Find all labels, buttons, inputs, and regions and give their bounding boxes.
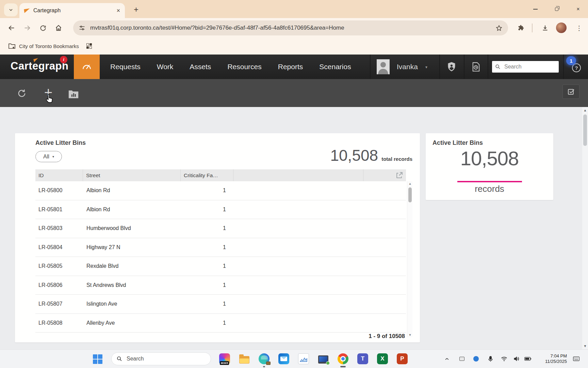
page-scrollbar[interactable]: ▲ ▼ — [582, 107, 588, 349]
downloads-button[interactable] — [538, 20, 553, 35]
nav-item[interactable]: Work — [149, 63, 182, 71]
monitor-app-icon[interactable] — [298, 353, 309, 365]
scrollbar-thumb[interactable] — [583, 114, 587, 146]
table-row[interactable]: LR-05807 Islington Ave 1 — [35, 295, 406, 314]
widget-title: Active Litter Bins — [432, 139, 483, 147]
filter-dropdown[interactable]: All ▾ — [35, 151, 62, 162]
address-bar[interactable]: mvtrasf01q.corp.toronto.ca/test/#Home/?b… — [73, 20, 508, 35]
gauge-icon — [81, 61, 93, 73]
table-row[interactable]: LR-05805 Rexdale Blvd 1 — [35, 257, 406, 276]
extensions-button[interactable] — [513, 20, 528, 35]
cell-id[interactable]: LR-05800 — [35, 187, 83, 194]
table-scrollbar[interactable]: ▲ ▼ — [407, 181, 412, 337]
tray-window-icon[interactable] — [457, 354, 466, 363]
home-button[interactable] — [51, 20, 66, 35]
litter-bins-table-widget: Active Litter Bins All ▾ 10,508 total re… — [15, 133, 420, 342]
new-tab-button[interactable]: + — [131, 4, 142, 15]
global-search-input[interactable] — [504, 63, 548, 70]
column-header-criticality[interactable]: Criticality Fa… — [181, 169, 233, 181]
table-row[interactable]: LR-05806 St Andrews Blvd 1 — [35, 276, 406, 295]
cell-id[interactable]: LR-05807 — [35, 301, 83, 307]
browser-profile-avatar[interactable] — [556, 22, 567, 33]
taskbar-search-input[interactable] — [126, 355, 194, 362]
powerpoint-icon[interactable]: P — [396, 353, 408, 365]
tray-chevron-up-icon[interactable] — [442, 354, 451, 363]
teams-icon[interactable]: T — [357, 353, 369, 365]
scroll-down-icon[interactable]: ▼ — [582, 344, 588, 348]
m365-copilot-icon[interactable]: M365 — [219, 353, 230, 365]
user-avatar[interactable] — [377, 59, 390, 74]
scroll-down-icon[interactable]: ▼ — [407, 333, 413, 337]
bookmarks-folder[interactable] — [8, 43, 16, 49]
clock-date: 11/25/2025 — [533, 359, 567, 364]
bookmarks-folder-label[interactable]: City of Toronto Bookmarks — [19, 43, 79, 49]
user-menu-caret-icon[interactable]: ▾ — [425, 65, 427, 70]
dashboard-button[interactable] — [74, 55, 100, 79]
chrome-icon[interactable] — [337, 353, 349, 365]
open-external-icon[interactable] — [395, 171, 403, 179]
touch-keyboard-icon[interactable] — [572, 354, 581, 363]
browser-menu-button[interactable]: ⋮ — [572, 20, 587, 35]
cartegraph-logo[interactable]: Cartegraph — [11, 60, 68, 72]
table-row[interactable]: LR-05800 Albion Rd 1 — [35, 181, 406, 200]
table-row[interactable]: LR-05804 Highway 27 N 1 — [35, 238, 406, 257]
window-restore-button[interactable] — [549, 0, 565, 18]
battery-icon[interactable] — [523, 354, 532, 363]
history-button[interactable] — [471, 62, 481, 72]
global-search[interactable] — [492, 61, 559, 73]
widget-title: Active Litter Bins — [35, 139, 86, 147]
scrollbar-thumb[interactable] — [408, 187, 412, 202]
site-info-icon[interactable] — [79, 25, 85, 31]
taskbar-clock[interactable]: 7:04 PM 11/25/2025 — [533, 353, 567, 364]
tab-search-button[interactable] — [4, 3, 18, 16]
admin-button[interactable] — [447, 62, 456, 72]
file-explorer-icon[interactable] — [239, 353, 250, 365]
table-row[interactable]: LR-05803 Humberwood Blvd 1 — [35, 219, 406, 238]
user-name[interactable]: Ivanka — [397, 55, 418, 79]
nav-item[interactable]: Assets — [181, 63, 219, 71]
restore-icon — [555, 7, 558, 11]
cell-id[interactable]: LR-05804 — [35, 244, 83, 250]
remote-desktop-icon[interactable] — [317, 353, 329, 365]
document-clock-icon — [471, 62, 481, 72]
start-button[interactable] — [93, 354, 102, 364]
nav-item[interactable]: Requests — [102, 63, 149, 71]
m365-badge: M365 — [220, 361, 229, 365]
wifi-icon[interactable] — [500, 354, 508, 363]
reload-button[interactable] — [35, 20, 50, 35]
scroll-up-icon[interactable]: ▲ — [407, 182, 413, 185]
browser-tab[interactable]: Cartegraph × — [19, 3, 125, 18]
nav-item[interactable]: Resources — [219, 63, 270, 71]
edge-icon[interactable] — [258, 353, 270, 365]
cell-id[interactable]: LR-05801 — [35, 206, 83, 213]
table-row[interactable]: LR-05801 Albion Rd 1 — [35, 200, 406, 219]
window-close-button[interactable]: × — [570, 0, 586, 18]
window-minimize-button[interactable] — [527, 0, 543, 18]
refresh-button[interactable] — [15, 87, 29, 100]
microphone-icon[interactable] — [486, 354, 495, 363]
outlook-icon[interactable] — [278, 353, 290, 365]
forward-button[interactable] — [20, 20, 35, 35]
apps-grid-icon[interactable] — [86, 43, 92, 49]
edit-mode-button[interactable] — [562, 85, 579, 99]
cell-id[interactable]: LR-05805 — [35, 263, 83, 269]
scroll-up-icon[interactable]: ▲ — [582, 108, 588, 112]
back-button[interactable] — [4, 20, 19, 35]
excel-icon[interactable]: X — [377, 353, 388, 365]
notification-badge[interactable]: 1 — [566, 56, 576, 65]
tab-close-icon[interactable]: × — [116, 7, 120, 14]
cell-id[interactable]: LR-05803 — [35, 225, 83, 231]
bookmark-star-icon[interactable] — [495, 25, 503, 32]
url-text[interactable]: mvtrasf01q.corp.toronto.ca/test/#Home/?b… — [90, 25, 491, 31]
nav-item[interactable]: Reports — [270, 63, 311, 71]
taskbar-search[interactable] — [111, 352, 211, 365]
column-header-id[interactable]: ID — [35, 169, 83, 181]
cell-id[interactable]: LR-05806 — [35, 282, 83, 288]
cell-id[interactable]: LR-05808 — [35, 320, 83, 326]
column-header-street[interactable]: Street — [83, 169, 181, 181]
tray-blue-app-icon[interactable] — [472, 354, 480, 363]
volume-icon[interactable] — [512, 354, 521, 363]
reports-button[interactable] — [67, 87, 80, 101]
table-row[interactable]: LR-05808 Allenby Ave 1 — [35, 314, 406, 333]
nav-item[interactable]: Scenarios — [311, 63, 359, 71]
